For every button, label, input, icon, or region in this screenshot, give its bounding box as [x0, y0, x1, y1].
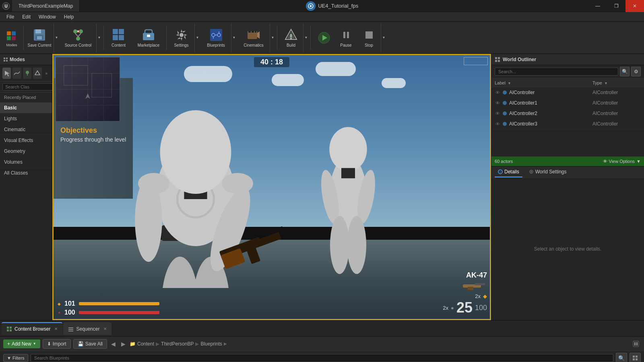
details-tab-label: Details [504, 169, 519, 175]
outliner-search-bar: 🔍 ⚙ [491, 65, 644, 78]
dot-icon-0 [503, 90, 507, 95]
breadcrumb-chevron-icon[interactable]: ▶ [224, 341, 227, 346]
restore-button[interactable]: ❐ [607, 0, 625, 12]
item-type-1: AIController [592, 100, 641, 106]
modes-icon [4, 28, 19, 43]
health-bar-fill [79, 302, 159, 305]
filters-button[interactable]: ▼ Filters [3, 354, 28, 362]
category-lights[interactable]: Lights [0, 113, 52, 124]
viewport[interactable]: 40 : 18 Objectives Progress through the … [52, 54, 491, 320]
nav-forward-button[interactable]: ▶ [120, 340, 127, 348]
save-all-label: Save All [85, 341, 103, 347]
outliner-search-input[interactable] [495, 68, 618, 76]
marketplace-button[interactable]: Marketplace [132, 23, 165, 52]
category-basic[interactable]: Basic [0, 103, 52, 113]
blueprints-dropdown[interactable]: ▼ [231, 23, 237, 52]
save-dropdown-arrow[interactable]: ▼ [54, 23, 59, 52]
menu-edit[interactable]: Edit [19, 13, 34, 21]
content-layout-button[interactable] [630, 353, 641, 362]
minimize-button[interactable]: — [588, 0, 607, 12]
mode-select-icon[interactable] [2, 68, 11, 79]
category-visual-effects[interactable]: Visual Effects [0, 135, 52, 146]
modes-expand-button[interactable]: » [43, 69, 50, 77]
svg-rect-82 [64, 66, 88, 85]
play-button[interactable] [314, 23, 334, 52]
content-button[interactable]: Content [105, 23, 132, 52]
sequencer-close-button[interactable]: ✕ [103, 327, 107, 331]
health-icon: ◆ [56, 301, 62, 306]
menu-window[interactable]: Window [35, 13, 59, 21]
cinematics-dropdown[interactable]: ▼ [270, 23, 275, 52]
add-new-dropdown-arrow: ▼ [33, 342, 36, 346]
nav-back-button[interactable]: ◀ [109, 340, 117, 348]
close-button[interactable]: ✕ [625, 0, 644, 12]
outliner-settings-button[interactable]: ⚙ [631, 67, 641, 76]
content-browser-tab[interactable]: Content Browser ✕ [2, 322, 62, 335]
outliner-item-0[interactable]: 👁 AIController AIController [491, 87, 644, 98]
play-icon [317, 31, 331, 45]
content-browser-sync-button[interactable] [631, 339, 641, 349]
source-control-button[interactable]: Source Control [60, 23, 96, 52]
content-browser-search-input[interactable] [31, 354, 613, 362]
svg-rect-6 [12, 36, 16, 40]
source-control-icon [71, 28, 85, 42]
category-volumes[interactable]: Volumes [0, 157, 52, 168]
save-all-button[interactable]: 💾 Save All [73, 339, 107, 349]
toolbar-sep-1 [23, 26, 24, 50]
outliner-search-button[interactable]: 🔍 [620, 67, 630, 76]
sequencer-tab[interactable]: Sequencer ✕ [63, 322, 111, 335]
svg-rect-100 [68, 327, 73, 328]
mode-mesh-icon[interactable] [33, 68, 41, 79]
settings-dropdown[interactable]: ▼ [194, 23, 200, 52]
svg-rect-43 [343, 32, 345, 38]
menu-help[interactable]: Help [61, 13, 77, 21]
stop-button[interactable]: Stop [358, 23, 380, 52]
svg-point-95 [530, 171, 532, 172]
build-button[interactable]: Build [279, 23, 303, 52]
modes-button[interactable]: Modes [2, 23, 22, 52]
import-button[interactable]: ⬇ Import [43, 339, 71, 349]
scene-characters-svg [93, 95, 455, 288]
svg-rect-36 [255, 31, 256, 33]
svg-marker-50 [5, 71, 10, 76]
viewport-area: 40 : 18 Objectives Progress through the … [52, 54, 491, 320]
breadcrumb-blueprints[interactable]: Blueprints [200, 341, 222, 347]
outliner-item-2[interactable]: 👁 AIController2 AIController [491, 108, 644, 119]
panel-icon [3, 57, 8, 62]
source-control-dropdown[interactable]: ▼ [96, 23, 102, 52]
outliner-panel-icon [495, 57, 500, 62]
content-browser-close-button[interactable]: ✕ [54, 327, 58, 331]
pause-button[interactable]: Pause [335, 23, 357, 52]
world-settings-tab[interactable]: World Settings [526, 167, 570, 177]
build-dropdown[interactable]: ▼ [303, 23, 309, 52]
mode-landscape-icon[interactable] [12, 68, 21, 79]
label-column-text: Label [495, 80, 506, 85]
active-tab[interactable]: ThirdPersonExampleMap [12, 0, 80, 12]
crosshair-indicator [464, 57, 488, 65]
category-all-classes[interactable]: All Classes [0, 168, 52, 179]
category-recently-placed[interactable]: Recently Placed [0, 93, 52, 103]
outliner-header: World Outliner [491, 54, 644, 65]
category-cinematic[interactable]: Cinematic [0, 124, 52, 135]
view-options-button[interactable]: 👁 View Options ▼ [603, 159, 641, 164]
save-current-button[interactable]: Save Current [25, 23, 54, 52]
outliner-item-1[interactable]: 👁 AIController1 AIController [491, 98, 644, 108]
menu-file[interactable]: File [3, 13, 17, 21]
breadcrumb-content[interactable]: Content [137, 341, 154, 347]
cloud-1 [184, 66, 232, 82]
ue4-badge: UE4_Tutorial_fps [306, 1, 362, 11]
outliner-item-3[interactable]: 👁 AIController3 AIController [491, 119, 644, 129]
blueprints-button[interactable]: Blueprints [201, 23, 231, 52]
content-search-button[interactable]: 🔍 [616, 353, 627, 362]
svg-rect-97 [10, 327, 12, 329]
settings-button[interactable]: Settings [168, 23, 194, 52]
play-dropdown[interactable]: ▼ [381, 23, 386, 52]
modes-label: Modes [6, 43, 17, 47]
svg-rect-47 [6, 58, 8, 59]
breadcrumb-thirdpersonbp[interactable]: ThirdPersonBP [161, 341, 194, 347]
cinematics-button[interactable]: Cinematics [237, 23, 270, 52]
mode-foliage-icon[interactable] [23, 68, 31, 79]
details-tab[interactable]: i Details [495, 167, 522, 177]
category-geometry[interactable]: Geometry [0, 146, 52, 157]
add-new-button[interactable]: + Add New ▼ [3, 339, 40, 348]
